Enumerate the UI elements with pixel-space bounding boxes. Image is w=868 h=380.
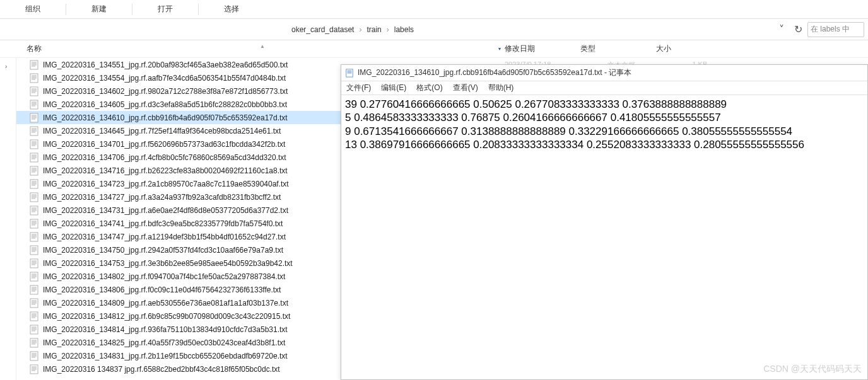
file-name: IMG_20220316_134825_jpg.rf.40a55f739d50e… <box>43 338 285 347</box>
chevron-right-icon[interactable]: › <box>5 63 7 70</box>
file-name: IMG_20220316_134831_jpg.rf.2b11e9f15bccb… <box>43 352 288 360</box>
breadcrumb[interactable]: oker_card_dataset › train › labels <box>0 25 775 34</box>
column-headers: 名称 ▾ 修改日期 类型 大小 <box>0 40 868 58</box>
file-name: IMG_20220316_134812_jpg.rf.6b9c85c99b070… <box>43 312 290 321</box>
text-line: 39 0.27760416666666665 0.50625 0.2677083… <box>345 98 864 111</box>
file-name: IMG_20220316_134747_jpg.rf.a12194def3bb1… <box>43 233 286 241</box>
search-input[interactable]: 在 labels 中 <box>807 22 864 37</box>
menu-file[interactable]: 文件(F) <box>341 83 376 93</box>
address-actions: ˅ ↻ 在 labels 中 <box>775 22 868 37</box>
notepad-menubar: 文件(F) 编辑(E) 格式(O) 查看(V) 帮助(H) <box>341 81 867 95</box>
breadcrumb-segment[interactable]: train <box>365 25 382 34</box>
header-type[interactable]: 类型 <box>580 43 656 54</box>
notepad-titlebar[interactable]: IMG_20220316_134610_jpg.rf.cbb916fb4a6d9… <box>341 65 867 81</box>
menu-new[interactable]: 新建 <box>66 4 132 14</box>
file-name: IMG_20220316_134605_jpg.rf.d3c3efa88a5d5… <box>43 100 287 109</box>
file-name: IMG_20220316_134716_jpg.rf.b26223cfe83a8… <box>43 166 288 175</box>
file-name: IMG_20220316_134645_jpg.rf.7f25ef14ffa9f… <box>43 127 281 135</box>
file-name: IMG_20220316_134814_jpg.rf.936fa75110b13… <box>43 325 288 334</box>
notepad-window: IMG_20220316_134610_jpg.rf.cbb916fb4a6d9… <box>341 64 868 380</box>
notepad-content[interactable]: 39 0.27760416666666665 0.50625 0.2677083… <box>341 95 867 154</box>
text-line: 13 0.38697916666666665 0.208333333333333… <box>345 138 864 151</box>
text-line: 9 0.6713541666666667 0.3138888888888889 … <box>345 125 864 138</box>
file-name: IMG_20220316 134837 jpg.rf.6588c2bed2bbf… <box>43 365 280 374</box>
file-name: IMG_20220316_134731_jpg.rf.a6e0ae2f4df86… <box>43 206 288 215</box>
file-name: IMG_20220316_134706_jpg.rf.4cfb8b0c5fc76… <box>43 153 286 162</box>
notepad-title-text: IMG_20220316_134610_jpg.rf.cbb916fb4a6d9… <box>358 67 631 78</box>
watermark: CSDN @天天代码码天天 <box>763 364 862 375</box>
file-name: IMG_20220316_134554_jpg.rf.aafb7fe34cd6a… <box>43 74 286 83</box>
chevron-right-icon: › <box>383 25 393 34</box>
file-name: IMG_20220316_134750_jpg.rf.2942a0f537fd4… <box>43 246 283 255</box>
file-name: IMG_20220316_134610_jpg.rf.cbb916fb4a6d9… <box>43 113 288 122</box>
header-date[interactable]: 修改日期 <box>505 43 580 54</box>
text-line: 5 0.4864583333333333 0.76875 0.260416666… <box>345 111 864 124</box>
header-size[interactable]: 大小 <box>656 43 719 54</box>
menu-organize[interactable]: 组织 <box>0 4 66 14</box>
header-name[interactable]: 名称 <box>18 43 498 54</box>
file-name: IMG_20220316_134723_jpg.rf.2a1cb89570c7a… <box>43 180 289 188</box>
breadcrumb-segment[interactable]: oker_card_dataset <box>290 25 355 34</box>
menu-open[interactable]: 打开 <box>132 4 198 14</box>
file-name: IMG_20220316_134809_jpg.rf.aeb530556e736… <box>43 299 288 308</box>
menu-select[interactable]: 选择 <box>199 4 264 14</box>
chevron-right-icon: › <box>355 25 365 34</box>
address-bar-row: oker_card_dataset › train › labels ˅ ↻ 在… <box>0 19 868 40</box>
file-name: IMG_20220316_134753_jpg.rf.3e3b6b2ee85e9… <box>43 259 293 268</box>
file-name: IMG_20220316_134727_jpg.rf.a3a24a937fb92… <box>43 193 281 202</box>
header-dropdown-icon[interactable]: ▾ <box>498 46 505 52</box>
file-name: IMG_20220316_134806_jpg.rf.f0c09c11e0d4f… <box>43 285 281 294</box>
menu-help[interactable]: 帮助(H) <box>483 83 519 93</box>
file-name: IMG_20220316_134701_jpg.rf.f5620696b5737… <box>43 140 285 149</box>
file-name: IMG_20220316_134802_jpg.rf.f094700a7f4bc… <box>43 272 285 281</box>
dropdown-icon[interactable]: ˅ <box>775 23 789 37</box>
menu-format[interactable]: 格式(O) <box>411 83 447 93</box>
breadcrumb-segment[interactable]: labels <box>393 25 415 34</box>
menu-view[interactable]: 查看(V) <box>448 83 483 93</box>
file-name: IMG_20220316_134741_jpg.rf.bdfc3c9ea5bc8… <box>43 219 283 228</box>
tree-strip: › <box>0 58 16 380</box>
file-name: IMG_20220316_134602_jpg.rf.9802a712c2788… <box>43 87 288 96</box>
refresh-icon[interactable]: ↻ <box>791 23 805 37</box>
notepad-icon <box>345 69 354 78</box>
menu-edit[interactable]: 编辑(E) <box>376 83 411 93</box>
ribbon-menu: 组织 新建 打开 选择 <box>0 0 868 19</box>
file-name: IMG_20220316_134551_jpg.rf.20b0af983cf46… <box>43 60 288 69</box>
